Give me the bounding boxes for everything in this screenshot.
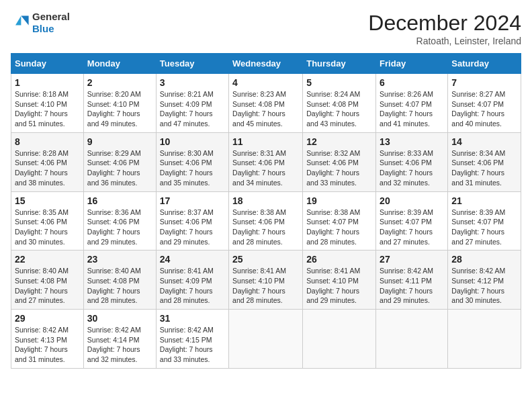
calendar-cell: 11Sunrise: 8:31 AMSunset: 4:06 PMDayligh… bbox=[229, 132, 303, 191]
day-info: Sunrise: 8:40 AMSunset: 4:08 PMDaylight:… bbox=[87, 266, 152, 306]
day-info: Sunrise: 8:27 AMSunset: 4:07 PMDaylight:… bbox=[451, 89, 517, 129]
day-number: 6 bbox=[380, 77, 444, 88]
day-number: 26 bbox=[306, 254, 372, 265]
day-number: 17 bbox=[160, 195, 225, 206]
day-of-week-header: Monday bbox=[83, 54, 156, 74]
day-info: Sunrise: 8:23 AMSunset: 4:08 PMDaylight:… bbox=[232, 89, 299, 129]
day-number: 15 bbox=[15, 195, 80, 206]
day-number: 11 bbox=[232, 136, 299, 147]
day-info: Sunrise: 8:38 AMSunset: 4:06 PMDaylight:… bbox=[232, 208, 299, 247]
day-info: Sunrise: 8:21 AMSunset: 4:09 PMDaylight:… bbox=[160, 89, 225, 129]
calendar-cell: 1Sunrise: 8:18 AMSunset: 4:10 PMDaylight… bbox=[11, 74, 84, 133]
calendar-cell: 17Sunrise: 8:37 AMSunset: 4:06 PMDayligh… bbox=[156, 191, 228, 250]
calendar-table: SundayMondayTuesdayWednesdayThursdayFrid… bbox=[11, 53, 521, 369]
day-info: Sunrise: 8:30 AMSunset: 4:06 PMDaylight:… bbox=[160, 148, 225, 188]
day-number: 13 bbox=[380, 136, 444, 147]
day-number: 16 bbox=[87, 195, 152, 206]
day-number: 28 bbox=[451, 254, 517, 265]
day-info: Sunrise: 8:26 AMSunset: 4:07 PMDaylight:… bbox=[380, 89, 444, 129]
day-number: 14 bbox=[451, 136, 517, 147]
day-number: 5 bbox=[306, 77, 372, 88]
day-of-week-header: Tuesday bbox=[156, 54, 228, 74]
day-info: Sunrise: 8:35 AMSunset: 4:06 PMDaylight:… bbox=[15, 208, 80, 247]
day-of-week-header: Sunday bbox=[11, 54, 84, 74]
calendar-cell: 28Sunrise: 8:42 AMSunset: 4:12 PMDayligh… bbox=[448, 250, 521, 310]
day-number: 31 bbox=[160, 313, 225, 324]
calendar-cell: 23Sunrise: 8:40 AMSunset: 4:08 PMDayligh… bbox=[83, 250, 156, 310]
day-info: Sunrise: 8:36 AMSunset: 4:06 PMDaylight:… bbox=[87, 208, 152, 247]
calendar-cell: 25Sunrise: 8:41 AMSunset: 4:10 PMDayligh… bbox=[229, 250, 303, 310]
day-number: 23 bbox=[87, 254, 152, 265]
calendar-cell: 27Sunrise: 8:42 AMSunset: 4:11 PMDayligh… bbox=[376, 250, 448, 310]
day-number: 18 bbox=[232, 195, 299, 206]
day-number: 7 bbox=[451, 77, 517, 88]
day-number: 9 bbox=[87, 136, 152, 147]
logo-icon bbox=[11, 13, 30, 32]
calendar-cell: 21Sunrise: 8:39 AMSunset: 4:07 PMDayligh… bbox=[448, 191, 521, 250]
day-info: Sunrise: 8:28 AMSunset: 4:06 PMDaylight:… bbox=[15, 148, 80, 188]
calendar-cell bbox=[448, 310, 521, 369]
calendar-cell: 10Sunrise: 8:30 AMSunset: 4:06 PMDayligh… bbox=[156, 132, 228, 191]
calendar-cell: 19Sunrise: 8:38 AMSunset: 4:07 PMDayligh… bbox=[303, 191, 376, 250]
day-number: 10 bbox=[160, 136, 225, 147]
calendar-cell: 26Sunrise: 8:41 AMSunset: 4:10 PMDayligh… bbox=[303, 250, 376, 310]
calendar-cell: 3Sunrise: 8:21 AMSunset: 4:09 PMDaylight… bbox=[156, 74, 228, 133]
calendar-cell: 14Sunrise: 8:34 AMSunset: 4:06 PMDayligh… bbox=[448, 132, 521, 191]
calendar-week-row: 8Sunrise: 8:28 AMSunset: 4:06 PMDaylight… bbox=[11, 132, 521, 191]
month-title: December 2024 bbox=[368, 11, 521, 36]
calendar-cell: 13Sunrise: 8:33 AMSunset: 4:06 PMDayligh… bbox=[376, 132, 448, 191]
day-info: Sunrise: 8:33 AMSunset: 4:06 PMDaylight:… bbox=[380, 148, 444, 188]
calendar-cell: 4Sunrise: 8:23 AMSunset: 4:08 PMDaylight… bbox=[229, 74, 303, 133]
calendar-cell: 31Sunrise: 8:42 AMSunset: 4:15 PMDayligh… bbox=[156, 310, 228, 369]
calendar-cell bbox=[376, 310, 448, 369]
day-info: Sunrise: 8:42 AMSunset: 4:14 PMDaylight:… bbox=[87, 325, 152, 365]
day-number: 20 bbox=[380, 195, 444, 206]
calendar-cell bbox=[229, 310, 303, 369]
calendar-week-row: 29Sunrise: 8:42 AMSunset: 4:13 PMDayligh… bbox=[11, 310, 521, 369]
calendar-cell: 12Sunrise: 8:32 AMSunset: 4:06 PMDayligh… bbox=[303, 132, 376, 191]
calendar-cell: 22Sunrise: 8:40 AMSunset: 4:08 PMDayligh… bbox=[11, 250, 84, 310]
day-number: 29 bbox=[15, 313, 80, 324]
day-info: Sunrise: 8:40 AMSunset: 4:08 PMDaylight:… bbox=[15, 266, 80, 306]
calendar-cell: 2Sunrise: 8:20 AMSunset: 4:10 PMDaylight… bbox=[83, 74, 156, 133]
day-number: 2 bbox=[87, 77, 152, 88]
day-info: Sunrise: 8:41 AMSunset: 4:10 PMDaylight:… bbox=[306, 266, 372, 306]
svg-marker-1 bbox=[15, 16, 21, 26]
calendar-cell: 7Sunrise: 8:27 AMSunset: 4:07 PMDaylight… bbox=[448, 74, 521, 133]
day-info: Sunrise: 8:42 AMSunset: 4:13 PMDaylight:… bbox=[15, 325, 80, 365]
calendar-cell: 6Sunrise: 8:26 AMSunset: 4:07 PMDaylight… bbox=[376, 74, 448, 133]
logo-line1: General bbox=[32, 11, 70, 23]
day-info: Sunrise: 8:37 AMSunset: 4:06 PMDaylight:… bbox=[160, 208, 225, 247]
day-info: Sunrise: 8:18 AMSunset: 4:10 PMDaylight:… bbox=[15, 89, 80, 129]
logo-line2: Blue bbox=[32, 23, 70, 35]
day-number: 12 bbox=[306, 136, 372, 147]
svg-marker-0 bbox=[21, 16, 28, 26]
calendar-cell: 18Sunrise: 8:38 AMSunset: 4:06 PMDayligh… bbox=[229, 191, 303, 250]
day-number: 24 bbox=[160, 254, 225, 265]
day-info: Sunrise: 8:29 AMSunset: 4:06 PMDaylight:… bbox=[87, 148, 152, 188]
day-info: Sunrise: 8:24 AMSunset: 4:08 PMDaylight:… bbox=[306, 89, 372, 129]
day-info: Sunrise: 8:34 AMSunset: 4:06 PMDaylight:… bbox=[451, 148, 517, 188]
day-number: 1 bbox=[15, 77, 80, 88]
location-subtitle: Ratoath, Leinster, Ireland bbox=[368, 36, 521, 46]
day-number: 4 bbox=[232, 77, 299, 88]
day-info: Sunrise: 8:42 AMSunset: 4:15 PMDaylight:… bbox=[160, 325, 225, 365]
day-number: 22 bbox=[15, 254, 80, 265]
calendar-week-row: 1Sunrise: 8:18 AMSunset: 4:10 PMDaylight… bbox=[11, 74, 521, 133]
day-of-week-header: Friday bbox=[376, 54, 448, 74]
calendar-cell: 9Sunrise: 8:29 AMSunset: 4:06 PMDaylight… bbox=[83, 132, 156, 191]
day-info: Sunrise: 8:20 AMSunset: 4:10 PMDaylight:… bbox=[87, 89, 152, 129]
calendar-week-row: 22Sunrise: 8:40 AMSunset: 4:08 PMDayligh… bbox=[11, 250, 521, 310]
logo: General Blue bbox=[11, 11, 70, 35]
calendar-cell: 5Sunrise: 8:24 AMSunset: 4:08 PMDaylight… bbox=[303, 74, 376, 133]
calendar-cell: 15Sunrise: 8:35 AMSunset: 4:06 PMDayligh… bbox=[11, 191, 84, 250]
calendar-week-row: 15Sunrise: 8:35 AMSunset: 4:06 PMDayligh… bbox=[11, 191, 521, 250]
day-info: Sunrise: 8:38 AMSunset: 4:07 PMDaylight:… bbox=[306, 208, 372, 247]
day-info: Sunrise: 8:32 AMSunset: 4:06 PMDaylight:… bbox=[306, 148, 372, 188]
title-block: December 2024 Ratoath, Leinster, Ireland bbox=[368, 11, 521, 46]
day-info: Sunrise: 8:42 AMSunset: 4:11 PMDaylight:… bbox=[380, 266, 444, 306]
calendar-cell: 24Sunrise: 8:41 AMSunset: 4:09 PMDayligh… bbox=[156, 250, 228, 310]
logo-text: General Blue bbox=[32, 11, 70, 35]
day-info: Sunrise: 8:39 AMSunset: 4:07 PMDaylight:… bbox=[380, 208, 444, 247]
day-number: 21 bbox=[451, 195, 517, 206]
